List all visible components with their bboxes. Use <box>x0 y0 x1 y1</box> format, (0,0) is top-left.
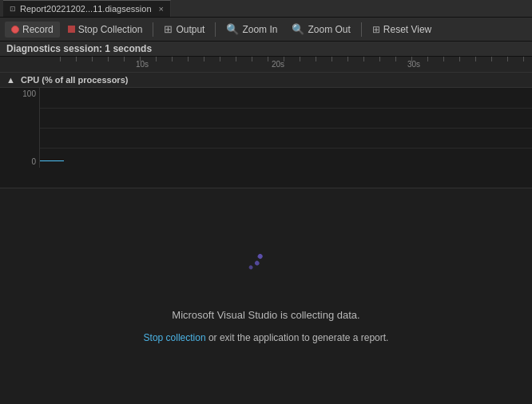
tick-5 <box>124 57 125 61</box>
ruler-label-20s: 20s <box>272 60 284 69</box>
reset-view-label: Reset View <box>383 24 431 35</box>
collecting-sub-container: Stop collection or exit the application … <box>144 332 389 343</box>
reset-icon: ⊞ <box>372 24 380 35</box>
stop-icon <box>68 26 75 33</box>
svg-point-3 <box>253 260 260 267</box>
spinner-container <box>242 250 290 298</box>
tick-12 <box>236 57 236 61</box>
cpu-grid <box>40 88 532 168</box>
svg-point-2 <box>256 254 263 260</box>
tick-23 <box>411 57 412 61</box>
toolbar-separator-1 <box>153 22 153 37</box>
cpu-chart: 100 0 <box>0 88 532 168</box>
output-icon: ⊞ <box>164 23 173 35</box>
tick-2 <box>76 57 77 61</box>
toolbar-separator-2 <box>215 22 216 37</box>
tick-20 <box>363 57 364 61</box>
tick-27 <box>475 57 476 61</box>
tick-6 <box>140 57 141 61</box>
cpu-title: CPU (% of all processors) <box>21 75 128 85</box>
tick-22 <box>395 57 396 61</box>
zoom-out-icon: 🔍 <box>292 23 304 35</box>
ruler-label-10s: 10s <box>136 60 149 69</box>
ruler-ticks: 10s 20s 30s <box>44 57 532 72</box>
cpu-section-label: ▲ CPU (% of all processors) <box>0 73 532 88</box>
timeline-area: 10s 20s 30s <box>0 57 532 188</box>
tick-11 <box>220 57 220 61</box>
tick-17 <box>316 57 316 61</box>
stop-collection-button[interactable]: Stop Collection <box>62 22 149 38</box>
tab-bar: ⊡ Report20221202...11.diagsession × <box>0 0 532 18</box>
ruler: 10s 20s 30s <box>0 57 532 73</box>
tick-3 <box>92 57 93 61</box>
zoom-in-icon: 🔍 <box>226 23 239 35</box>
tick-25 <box>443 57 444 61</box>
cpu-section: ▲ CPU (% of all processors) 100 0 <box>0 73 532 168</box>
tick-13 <box>252 57 252 61</box>
zoom-in-button[interactable]: 🔍 Zoom In <box>220 21 284 38</box>
spinner-svg <box>246 254 286 294</box>
tick-24 <box>427 57 428 61</box>
zoom-out-button[interactable]: 🔍 Zoom Out <box>285 21 356 38</box>
tick-19 <box>347 57 348 61</box>
tick-1 <box>60 57 61 61</box>
status-label: Diagnostics session: 1 seconds <box>6 43 152 54</box>
tick-15 <box>284 57 284 61</box>
ruler-label-30s: 30s <box>407 60 420 69</box>
svg-point-4 <box>247 264 252 270</box>
diag-session-tab[interactable]: ⊡ Report20221202...11.diagsession × <box>3 0 171 17</box>
cpu-data-line <box>40 160 64 162</box>
grid-line-1 <box>40 108 532 109</box>
tick-26 <box>459 57 460 61</box>
toolbar-separator-3 <box>361 22 362 37</box>
tick-16 <box>300 57 300 61</box>
tick-8 <box>172 57 173 61</box>
tab-pin-icon: ⊡ <box>10 5 16 13</box>
zoom-out-label: Zoom Out <box>308 24 350 35</box>
record-label: Record <box>22 24 54 35</box>
tab-title: Report20221202...11.diagsession <box>20 4 152 14</box>
cpu-y-label-0: 0 <box>31 157 36 166</box>
cpu-y-label-100: 100 <box>22 89 36 98</box>
stop-collection-link[interactable]: Stop collection <box>144 332 206 343</box>
status-bar: Diagnostics session: 1 seconds <box>0 42 532 57</box>
grid-line-3 <box>40 148 532 149</box>
grid-line-2 <box>40 128 532 129</box>
tick-9 <box>188 57 189 61</box>
cpu-collapse-icon[interactable]: ▲ <box>6 75 15 85</box>
tick-14 <box>268 57 268 61</box>
tick-30 <box>523 57 524 61</box>
zoom-in-label: Zoom In <box>242 24 277 35</box>
tick-21 <box>379 57 380 61</box>
output-label: Output <box>176 24 204 35</box>
toolbar: Record Stop Collection ⊞ Output 🔍 Zoom I… <box>0 18 532 42</box>
stop-collection-label: Stop Collection <box>78 24 143 35</box>
tick-28 <box>491 57 492 61</box>
sub-text-suffix: or exit the application to generate a re… <box>206 332 389 343</box>
collecting-text: Microsoft Visual Studio is collecting da… <box>172 309 359 321</box>
reset-view-button[interactable]: ⊞ Reset View <box>366 22 438 38</box>
record-icon <box>11 26 19 34</box>
output-button[interactable]: ⊞ Output <box>157 21 211 38</box>
cpu-y-axis: 100 0 <box>0 88 40 168</box>
main-content: Microsoft Visual Studio is collecting da… <box>0 188 532 404</box>
tab-close-icon[interactable]: × <box>159 4 164 14</box>
collecting-main-text: Microsoft Visual Studio is collecting da… <box>172 309 359 321</box>
tick-18 <box>332 57 332 61</box>
tick-10 <box>204 57 204 61</box>
tick-4 <box>108 57 109 61</box>
record-button[interactable]: Record <box>5 22 60 38</box>
tick-7 <box>156 57 157 61</box>
tick-29 <box>507 57 508 61</box>
